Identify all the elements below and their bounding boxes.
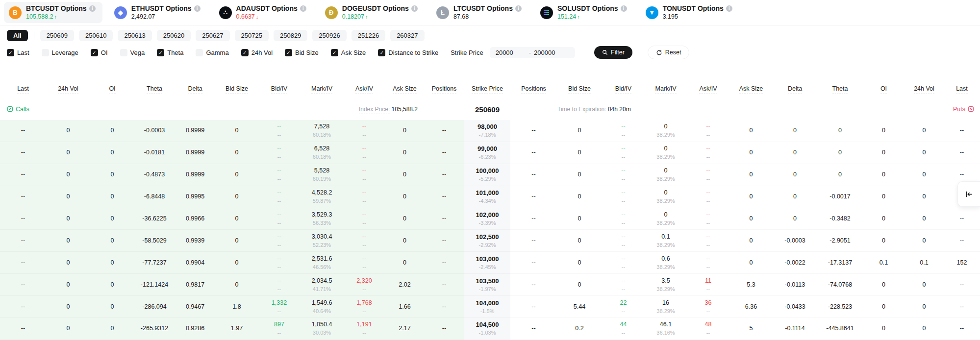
ticker-adausdt[interactable]: ∴ADAUSDT Options i0.6637↓ [214, 2, 313, 23]
tab-251226[interactable]: 251226 [352, 30, 385, 41]
calls-theta-cell: -121.1424 [134, 274, 175, 296]
calls-mark-cell: 6,52860.18% [301, 142, 343, 164]
puts-bid-cell: 22-- [602, 296, 645, 318]
puts-icon [968, 106, 974, 112]
puts-positions-cell: -- [510, 230, 557, 252]
checkbox-ask-size[interactable]: ✓Ask Size [331, 49, 366, 56]
checkbox-vega[interactable]: Vega [120, 49, 145, 56]
option-row-104500[interactable]: --00-265.93120.92861.97897--1,050.430.03… [0, 318, 980, 340]
ticker-ethusdt[interactable]: ◆ETHUSDT Options i2,492.07 [109, 2, 207, 23]
calls-theta-cell: -36.6225 [134, 208, 175, 230]
calls-icon [7, 106, 13, 112]
tab-250926[interactable]: 250926 [312, 30, 346, 41]
calls-delta-cell: 0.9995 [175, 186, 216, 208]
calls-mark-cell: 2,034.541.71% [301, 274, 343, 296]
puts-delta-cell: -0.0113 [773, 274, 817, 296]
puts-bid_size-cell: 0 [557, 230, 602, 252]
info-icon[interactable]: i [89, 5, 96, 12]
puts-bid_size-cell: 0 [557, 186, 602, 208]
tab-250610[interactable]: 250610 [79, 30, 113, 41]
checkbox-bid-size[interactable]: ✓Bid Size [285, 49, 319, 56]
tab-250620[interactable]: 250620 [157, 30, 191, 41]
ticker-dogeusdt[interactable]: ÐDOGEUSDT Options i0.18207↑ [320, 2, 425, 23]
puts-ask_size-cell: 0 [729, 120, 773, 142]
option-row-102000[interactable]: --00-36.62250.99660----3,529.356.33%----… [0, 208, 980, 230]
puts-delta-cell: -0.0022 [773, 252, 817, 274]
tab-250627[interactable]: 250627 [196, 30, 229, 41]
calls-last-cell: -- [0, 186, 46, 208]
checkbox-distance-to-strike[interactable]: ✓Distance to Strike [378, 49, 438, 56]
checkbox-oi[interactable]: ✓OI [91, 49, 108, 56]
checkbox-gamma[interactable]: Gamma [196, 49, 228, 56]
header-positions-calls: Positions [424, 60, 464, 98]
puts-ask-cell: ---- [687, 208, 729, 230]
ticker-btcusdt[interactable]: BBTCUSDT Options i105,588.2↑ [4, 2, 102, 23]
ticker-symbol: DOGEUSDT Options i [342, 4, 418, 12]
calls-bid-cell: ---- [258, 142, 301, 164]
calls-ask-cell: 2,320-- [343, 274, 385, 296]
header-theta-calls: Theta [134, 60, 175, 98]
puts-bid_size-cell: 0 [557, 252, 602, 274]
option-row-101000[interactable]: --00-6.84480.99950----4,528.259.87%----0… [0, 186, 980, 208]
strike-max-input[interactable] [534, 49, 569, 56]
calls-last-cell: -- [0, 274, 46, 296]
calls-bid_size-cell: 1.8 [216, 296, 258, 318]
info-icon[interactable]: i [194, 5, 201, 12]
tab-all[interactable]: All [7, 30, 28, 41]
checkbox-24h-vol[interactable]: ✓24h Vol [241, 49, 273, 56]
puts-oi-cell: 0.1 [863, 252, 905, 274]
ticker-tonusdt[interactable]: ▼TONUSDT Options i3.195 [641, 2, 739, 23]
strike-min-input[interactable] [496, 49, 526, 56]
puts-mark-cell: 038.29% [645, 186, 687, 208]
option-row-104000[interactable]: --00-286.0940.94671.81,332--1,549.640.64… [0, 296, 980, 318]
calls-bid-cell: ---- [258, 252, 301, 274]
checkbox-theta[interactable]: ✓Theta [157, 49, 183, 56]
info-icon[interactable]: i [515, 5, 522, 12]
puts-last-cell: -- [944, 274, 980, 296]
option-row-99000[interactable]: --00-0.01810.99990----6,52860.18%----0--… [0, 142, 980, 164]
puts-bid-cell: ---- [602, 142, 645, 164]
strike-cell: 104,000-1.5% [464, 296, 510, 318]
header-bid-size-puts: Bid Size [557, 60, 602, 98]
tab-250725[interactable]: 250725 [235, 30, 269, 41]
option-row-102500[interactable]: --00-58.50290.99390----3,030.452.23%----… [0, 230, 980, 252]
option-row-103500[interactable]: --00-121.14240.98170----2,034.541.71%2,3… [0, 274, 980, 296]
puts-ask-cell: ---- [687, 120, 729, 142]
tab-250829[interactable]: 250829 [274, 30, 307, 41]
info-icon[interactable]: i [726, 5, 732, 12]
ticker-ltcusdt[interactable]: ŁLTCUSDT Options i87.68 [431, 2, 528, 23]
info-icon[interactable]: i [300, 5, 306, 12]
calls-ask-cell: ---- [343, 120, 385, 142]
calls-theta-cell: -265.9312 [134, 318, 175, 340]
puts-positions-cell: -- [510, 208, 557, 230]
option-row-103000[interactable]: --00-77.72370.99040----2,531.646.56%----… [0, 252, 980, 274]
option-row-98000[interactable]: --00-0.00030.99990----7,52860.18%----0--… [0, 120, 980, 142]
checkbox-leverage[interactable]: Leverage [42, 49, 78, 56]
puts-positions-cell: -- [510, 120, 557, 142]
collapse-panel-button[interactable] [957, 181, 980, 207]
info-icon[interactable]: i [411, 5, 418, 12]
tab-250609[interactable]: 250609 [40, 30, 74, 41]
puts-delta-cell: 0 [773, 164, 817, 186]
tab-260327[interactable]: 260327 [390, 30, 424, 41]
checkbox-last[interactable]: ✓Last [7, 49, 29, 56]
calls-last-cell: -- [0, 120, 46, 142]
info-icon[interactable]: i [621, 5, 627, 12]
puts-ask-cell: 11-- [687, 274, 729, 296]
calls-delta-cell: 0.9286 [175, 318, 216, 340]
puts-vol-cell: 0 [905, 164, 944, 186]
header-bid-size-calls: Bid Size [216, 60, 258, 98]
checkbox-icon: ✓ [378, 49, 385, 56]
ticker-symbol: LTCUSDT Options i [453, 4, 522, 12]
reset-button[interactable]: Reset [648, 46, 690, 59]
filter-button[interactable]: Filter [594, 46, 632, 59]
calls-oi-cell: 0 [90, 274, 134, 296]
ticker-price: 0.6637↓ [236, 13, 306, 21]
ticker-solusdt[interactable]: SOLUSDT Options i151.24↑ [535, 2, 634, 23]
puts-positions-cell: -- [510, 318, 557, 340]
calls-vol-cell: 0 [46, 318, 90, 340]
puts-mark-cell: 3.538.29% [645, 274, 687, 296]
option-row-100000[interactable]: --00-0.48730.99990----5,52860.19%----0--… [0, 164, 980, 186]
tab-250613[interactable]: 250613 [118, 30, 151, 41]
calls-bid_size-cell: 0 [216, 164, 258, 186]
